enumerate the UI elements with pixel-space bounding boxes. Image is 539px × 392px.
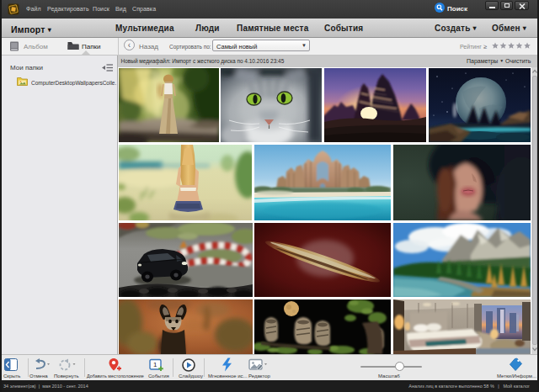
svg-text:1: 1 (153, 361, 157, 368)
